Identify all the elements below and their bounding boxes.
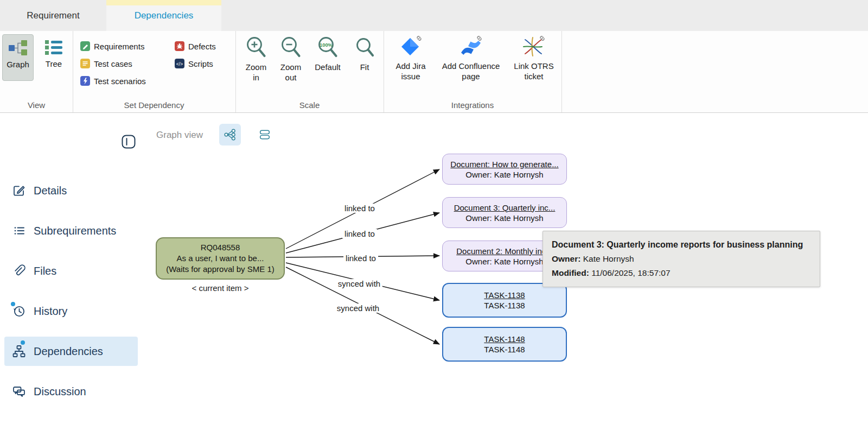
history-notification-dot [11, 302, 15, 306]
tooltip-modified-label: Modified: [552, 268, 589, 277]
default-scale-badge: 100% [320, 42, 333, 48]
dependencies-notification-dot [21, 340, 25, 345]
defects-icon [175, 41, 184, 51]
paperclip-icon [12, 264, 26, 278]
link-otrs-ticket-label: Link OTRS ticket [511, 61, 557, 82]
graph-layout-toggle[interactable] [219, 124, 241, 146]
details-icon [12, 184, 26, 198]
default-scale-label: Default [315, 62, 341, 73]
sidebar-item-files[interactable]: Files [12, 260, 56, 282]
list-layout-toggle[interactable] [254, 124, 276, 146]
fit-scale-button[interactable]: Fit [351, 35, 378, 73]
current-node-note: (Waits for approval by SME 1) [166, 264, 275, 275]
collapse-panel-icon [120, 134, 137, 150]
document-node-link[interactable]: Document 2: Monthly inc... [456, 246, 553, 256]
zoom-out-icon [279, 35, 302, 60]
sidebar-item-dependencies-label: Dependencies [34, 345, 103, 358]
sidebar-item-subrequirements-label: Subrequirements [34, 225, 116, 237]
graph-view-button[interactable]: Graph [2, 34, 34, 81]
graph-view-label: Graph [7, 60, 29, 69]
set-dependency-defects-button[interactable]: Defects [175, 41, 216, 52]
list-layout-icon [257, 127, 272, 142]
edge-label: linked to [342, 229, 377, 238]
app-window: Requirement Dependencies Graph [0, 0, 868, 430]
tooltip-modified-value: 11/06/2025, 18:57:07 [591, 268, 670, 277]
sidebar-item-dependencies[interactable]: Dependencies [12, 340, 103, 362]
tab-requirement[interactable]: Requirement [0, 0, 106, 31]
integrations-group-label: Integrations [384, 100, 561, 110]
sidebar-item-details[interactable]: Details [12, 180, 67, 201]
history-icon [12, 304, 26, 318]
defects-label: Defects [188, 42, 216, 51]
sidebar-item-history-label: History [34, 305, 67, 318]
task-node[interactable]: TASK-1138 TASK-1138 [442, 283, 567, 318]
tab-dependencies[interactable]: Dependencies [106, 0, 221, 31]
add-confluence-page-label: Add Confluence page [439, 61, 502, 82]
document-node-owner: Owner: Kate Hornysh [465, 213, 543, 223]
set-dependency-group-label: Set Dependency [73, 100, 235, 110]
edge-label: synced with [335, 303, 381, 313]
graph-layout-icon [222, 127, 238, 142]
test-scenarios-label: Test scenarios [94, 77, 146, 86]
default-scale-button[interactable]: 100% Default [310, 35, 345, 73]
tree-icon [43, 39, 64, 56]
zoom-in-button[interactable]: Zoom in [244, 35, 269, 83]
sidebar-item-discussion-label: Discussion [34, 385, 86, 398]
sidebar-item-files-label: Files [34, 265, 56, 277]
task-node-id: TASK-1148 [484, 345, 525, 354]
add-jira-issue-button[interactable]: Add Jira issue [389, 35, 432, 82]
tooltip-owner-row: Owner: Kate Hornysh [552, 252, 811, 266]
tab-dependencies-label: Dependencies [135, 10, 194, 21]
ribbon-group-scale: Zoom in Zoom out 100% Default [235, 31, 384, 112]
top-tab-bar: Requirement Dependencies [0, 0, 868, 31]
requirements-label: Requirements [94, 42, 144, 51]
task-node[interactable]: TASK-1148 TASK-1148 [442, 327, 567, 362]
active-tab-indicator [106, 0, 221, 5]
document-node-link[interactable]: Document 3: Quarterly inc... [454, 203, 556, 212]
view-mode-label: Graph view [156, 130, 203, 141]
jira-icon [399, 35, 423, 59]
set-dependency-requirements-button[interactable]: Requirements [80, 41, 144, 52]
edge-label: linked to [343, 254, 378, 263]
tooltip-title: Document 3: Quarterly income reports for… [552, 238, 811, 252]
scripts-icon: </> [175, 59, 184, 68]
current-requirement-node[interactable]: RQ048558 As a user, I want to be... (Wai… [156, 237, 285, 280]
zoom-out-label: Zoom out [278, 62, 303, 83]
sidebar-item-details-label: Details [34, 185, 67, 197]
zoom-out-button[interactable]: Zoom out [278, 35, 303, 83]
sidebar-item-subrequirements[interactable]: Subrequirements [12, 220, 116, 242]
document-node-link[interactable]: Document: How to generate... [450, 160, 558, 169]
zoom-in-label: Zoom in [244, 62, 269, 83]
test-cases-icon [80, 59, 90, 68]
test-scenarios-icon [80, 76, 90, 86]
current-item-caption: < current item > [156, 283, 285, 293]
set-dependency-test-cases-button[interactable]: Test cases [80, 58, 132, 69]
link-otrs-ticket-button[interactable]: Link OTRS ticket [511, 35, 557, 82]
discussion-icon [12, 384, 26, 399]
svg-text:</>: </> [176, 61, 183, 67]
ribbon-group-view: Graph Tree View [0, 31, 73, 112]
add-confluence-page-button[interactable]: Add Confluence page [439, 35, 502, 82]
sidebar-item-discussion[interactable]: Discussion [12, 381, 86, 402]
collapse-sidebar-button[interactable] [120, 134, 137, 150]
task-node-link[interactable]: TASK-1148 [484, 334, 525, 344]
requirements-icon [80, 41, 90, 51]
tree-view-button[interactable]: Tree [38, 34, 69, 81]
sidebar-item-history[interactable]: History [12, 300, 67, 322]
tooltip-modified-row: Modified: 11/06/2025, 18:57:07 [552, 266, 811, 280]
subrequirements-icon [12, 224, 26, 238]
document-node-owner: Owner: Kate Hornysh [465, 170, 543, 179]
fit-scale-label: Fit [360, 62, 369, 73]
default-scale-icon: 100% [316, 35, 339, 60]
document-node[interactable]: Document: How to generate... Owner: Kate… [442, 154, 567, 185]
document-node[interactable]: Document 3: Quarterly inc... Owner: Kate… [442, 197, 567, 228]
task-node-link[interactable]: TASK-1138 [484, 290, 525, 300]
graph-icon [8, 39, 28, 56]
set-dependency-scripts-button[interactable]: </> Scripts [175, 58, 213, 69]
scripts-label: Scripts [188, 59, 213, 68]
tooltip-owner-label: Owner: [552, 254, 580, 263]
ribbon-toolbar: Graph Tree View Requirements [0, 31, 868, 113]
edge-label: linked to [342, 204, 377, 213]
scale-group-label: Scale [235, 100, 384, 110]
set-dependency-test-scenarios-button[interactable]: Test scenarios [80, 75, 146, 86]
